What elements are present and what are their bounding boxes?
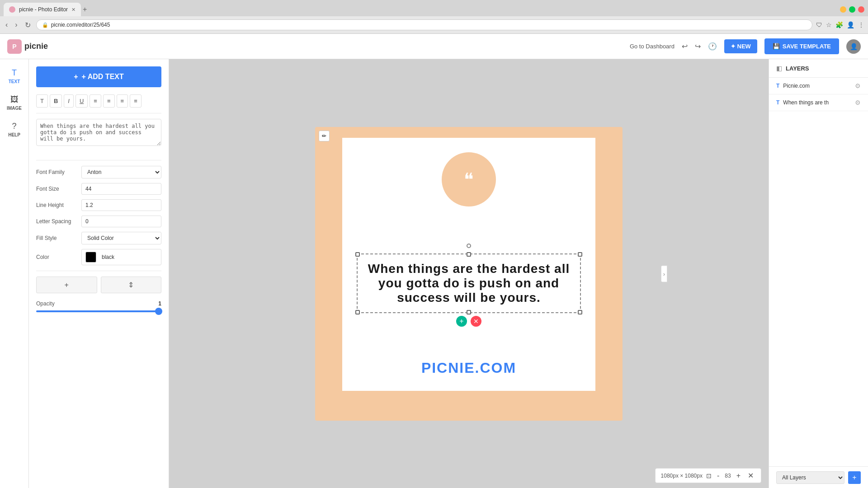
sidebar-item-help[interactable]: ? HELP xyxy=(2,118,27,141)
profile-icon[interactable]: 👤 xyxy=(847,21,854,28)
url-text: picnie.com/editor/25/645 xyxy=(51,22,110,28)
layers-icon: ◧ xyxy=(776,65,782,72)
all-layers-select[interactable]: All Layers xyxy=(776,471,844,484)
opacity-handle[interactable] xyxy=(155,308,162,315)
add-action-btn[interactable]: + xyxy=(36,277,97,293)
sidebar-item-image[interactable]: 🖼 IMAGE xyxy=(2,91,27,114)
main-area: T TEXT 🖼 IMAGE ? HELP + + ADD TEXT T B I xyxy=(0,59,868,488)
selection-actions: + ✕ xyxy=(456,316,481,327)
add-text-btn[interactable]: + + ADD TEXT xyxy=(36,66,161,87)
text-content-input[interactable]: When things are the hardest all you gott… xyxy=(36,119,161,146)
zoom-fit-btn[interactable]: ⊡ xyxy=(706,472,712,479)
handle-bl[interactable] xyxy=(355,310,360,314)
font-size-input[interactable] xyxy=(81,183,161,195)
distribute-action-btn[interactable]: ⇕ xyxy=(101,277,162,293)
font-family-select[interactable]: Anton xyxy=(81,166,161,178)
handle-tm[interactable] xyxy=(467,252,471,257)
format-bold-btn[interactable]: B xyxy=(50,94,62,108)
canvas-bg: ❝ When things are the hardest all you go… xyxy=(315,127,623,421)
puzzle-icon[interactable]: 🧩 xyxy=(835,21,843,28)
forward-btn[interactable]: › xyxy=(13,20,19,30)
new-tab-btn[interactable]: + xyxy=(83,5,87,14)
fill-style-select[interactable]: Solid Color xyxy=(81,232,161,244)
align-left-btn[interactable]: ≡ xyxy=(90,94,101,108)
zoom-out-btn[interactable]: - xyxy=(715,472,721,480)
layer-item-picnie[interactable]: T Picnie.com ⚙ xyxy=(769,78,868,94)
quote-text-box[interactable]: When things are the hardest all you gott… xyxy=(357,253,581,313)
tab-close-btn[interactable]: ✕ xyxy=(71,7,75,13)
save-template-btn[interactable]: 💾 SAVE TEMPLATE xyxy=(764,38,839,54)
history-btn[interactable]: 🕐 xyxy=(708,42,717,51)
zoom-reset-btn[interactable]: ✕ xyxy=(746,471,755,480)
logo[interactable]: P picnie xyxy=(7,39,48,54)
canvas-edit-icon[interactable]: ✏ xyxy=(319,131,330,141)
text-panel: + + ADD TEXT T B I U ≡ ≡ ≡ ≡ When things… xyxy=(29,59,169,488)
undo-btn[interactable]: ↩ xyxy=(682,42,688,51)
layers-header: ◧ LAYERS xyxy=(769,59,868,78)
align-right-btn[interactable]: ≡ xyxy=(117,94,128,108)
layer-settings-icon[interactable]: ⚙ xyxy=(855,82,861,89)
opacity-slider[interactable] xyxy=(36,310,161,312)
fill-style-row: Fill Style Solid Color xyxy=(36,232,161,244)
sidebar-help-label: HELP xyxy=(8,132,20,137)
format-text-btn[interactable]: T xyxy=(36,94,48,108)
top-toolbar: P picnie Go to Dashboard ↩ ↪ 🕐 ✦ NEW 💾 S… xyxy=(0,34,868,59)
handle-tl[interactable] xyxy=(355,252,360,257)
align-center-btn[interactable]: ≡ xyxy=(103,94,115,108)
refresh-btn[interactable]: ↻ xyxy=(23,20,33,30)
app-wrapper: P picnie Go to Dashboard ↩ ↪ 🕐 ✦ NEW 💾 S… xyxy=(0,34,868,488)
layer-type-text-icon-2: T xyxy=(776,99,779,106)
letter-spacing-input[interactable] xyxy=(81,216,161,227)
canvas-area: ✏ ❝ When things are the hardest all xyxy=(169,59,769,488)
lock-icon: 🔒 xyxy=(42,22,48,28)
handle-br[interactable] xyxy=(578,310,582,314)
opacity-row: Opacity 1 xyxy=(36,300,161,307)
layer-quote-name: When things are th xyxy=(783,99,851,106)
url-box[interactable]: 🔒 picnie.com/editor/25/645 xyxy=(36,19,812,30)
sidebar-image-label: IMAGE xyxy=(7,106,22,111)
maximize-btn[interactable] xyxy=(849,6,855,13)
handle-tr[interactable] xyxy=(578,252,582,257)
close-btn[interactable] xyxy=(858,6,864,13)
zoom-in-btn[interactable]: + xyxy=(735,472,742,480)
layer-item-quote[interactable]: T When things are th ⚙ xyxy=(769,94,868,111)
action-btns: + ⇕ xyxy=(36,277,161,293)
fill-style-label: Fill Style xyxy=(36,235,81,241)
minimize-btn[interactable] xyxy=(840,6,846,13)
redo-btn[interactable]: ↪ xyxy=(695,42,701,51)
format-italic-btn[interactable]: I xyxy=(64,94,74,108)
color-input-wrap[interactable]: black xyxy=(81,249,161,265)
layer-picnie-name: Picnie.com xyxy=(783,83,851,89)
user-avatar[interactable]: 👤 xyxy=(846,39,861,54)
selection-add-btn[interactable]: + xyxy=(456,316,467,327)
color-swatch[interactable] xyxy=(85,252,96,263)
line-height-row: Line Height xyxy=(36,199,161,211)
line-height-input[interactable] xyxy=(81,199,161,211)
address-bar: ‹ › ↻ 🔒 picnie.com/editor/25/645 🛡 ☆ 🧩 👤… xyxy=(0,16,868,33)
canvas-inner: ❝ When things are the hardest all you go… xyxy=(342,138,595,391)
sidebar-item-text[interactable]: T TEXT xyxy=(2,65,27,88)
format-underline-btn[interactable]: U xyxy=(75,94,88,108)
align-justify-btn[interactable]: ≡ xyxy=(130,94,142,108)
star-icon[interactable]: ☆ xyxy=(826,21,832,28)
layers-add-btn[interactable]: + xyxy=(848,471,861,484)
help-icon: ? xyxy=(12,122,16,131)
selection-delete-btn[interactable]: ✕ xyxy=(471,316,481,327)
layer-settings-icon-2[interactable]: ⚙ xyxy=(855,99,861,106)
handle-bm[interactable] xyxy=(467,310,471,314)
panel-collapse-btn[interactable]: › xyxy=(661,266,667,282)
letter-spacing-label: Letter Spacing xyxy=(36,218,81,225)
active-tab[interactable]: picnie - Photo Editor ✕ xyxy=(4,3,81,16)
dashboard-link[interactable]: Go to Dashboard xyxy=(630,43,675,50)
logo-text: picnie xyxy=(24,42,48,51)
shield-icon: 🛡 xyxy=(816,21,822,28)
opacity-value: 1 xyxy=(158,300,161,307)
new-btn[interactable]: ✦ NEW xyxy=(724,39,757,53)
rotate-handle[interactable] xyxy=(467,244,471,248)
quote-icon-circle: ❝ xyxy=(442,152,496,206)
browser-actions: 🛡 ☆ 🧩 👤 ⋮ xyxy=(816,21,864,28)
color-row: Color black xyxy=(36,249,161,265)
back-btn[interactable]: ‹ xyxy=(4,20,9,30)
more-icon[interactable]: ⋮ xyxy=(858,21,864,28)
save-label: SAVE TEMPLATE xyxy=(783,43,831,50)
